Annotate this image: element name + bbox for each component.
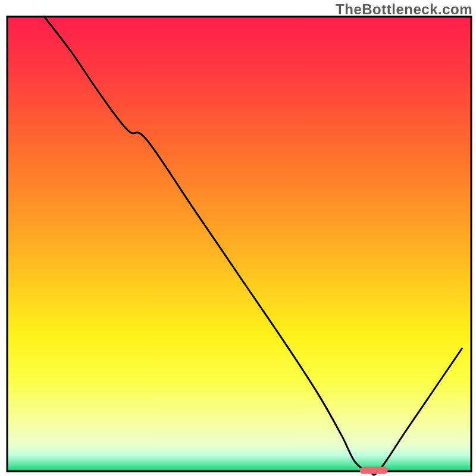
optimal-zone-marker — [360, 466, 388, 474]
chart-background — [7, 17, 471, 471]
bottleneck-chart — [0, 0, 476, 476]
chart-stage: TheBottleneck.com — [0, 0, 476, 476]
watermark-label: TheBottleneck.com — [336, 1, 472, 18]
